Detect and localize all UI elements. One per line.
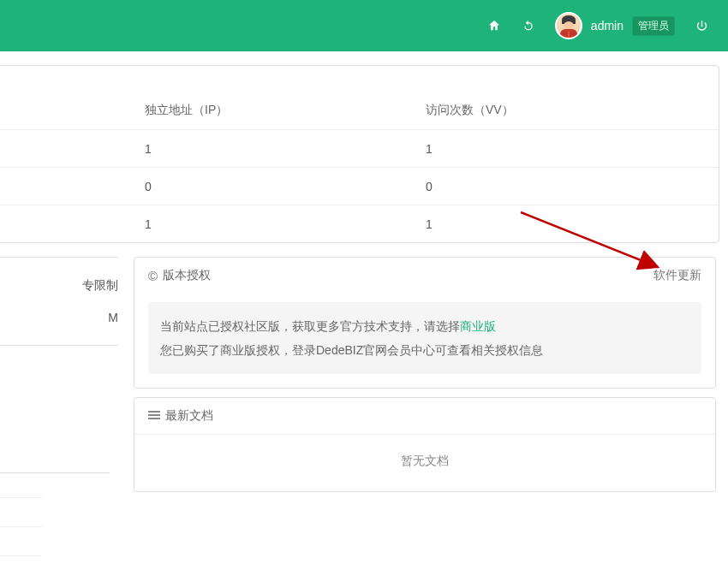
avatar: [555, 12, 582, 39]
content-area: 独立地址（IP） 访问次数（VV） 1 1 0 0 1 1 专限制 M © 版本…: [0, 51, 728, 582]
left-fragment-card: 专限制 M: [0, 257, 118, 346]
topbar: admin 管理员: [0, 0, 728, 51]
role-badge: 管理员: [632, 16, 675, 36]
notice-line-2: 您已购买了商业版授权，登录DedeBIZ官网会员中心可查看相关授权信息: [160, 338, 689, 362]
user-menu[interactable]: admin 管理员: [555, 12, 675, 39]
cell-vv: 1: [426, 217, 719, 231]
table-row: 1 1: [0, 205, 719, 242]
table-row: 0 0: [0, 167, 719, 205]
business-edition-link[interactable]: 商业版: [460, 319, 496, 333]
latest-title: 最新文档: [165, 408, 213, 424]
latest-empty: 暂无文档: [134, 434, 715, 491]
list-icon: [148, 411, 160, 421]
latest-card-header: 最新文档: [134, 398, 715, 434]
stats-card: 独立地址（IP） 访问次数（VV） 1 1 0 0 1 1: [0, 65, 719, 243]
version-title: 版本授权: [163, 268, 211, 283]
copyright-icon: ©: [148, 269, 158, 283]
left-line-1: 专限制: [82, 278, 118, 294]
stats-header-row: 独立地址（IP） 访问次数（VV）: [0, 92, 719, 129]
cell-vv: 0: [426, 180, 719, 193]
user-name: admin: [591, 19, 624, 33]
left-line-2: M: [108, 311, 118, 324]
cell-ip: 1: [145, 217, 426, 231]
chart-grid: [0, 497, 42, 582]
power-icon[interactable]: [694, 18, 709, 33]
table-row: 1 1: [0, 129, 719, 167]
chart-fragment: PV: [0, 472, 110, 582]
refresh-icon[interactable]: [521, 18, 536, 33]
notice-line-1: 当前站点已授权社区版，获取更多官方技术支持，请选择商业版: [160, 314, 689, 338]
latest-docs-card: 最新文档 暂无文档: [134, 397, 716, 492]
col-header-vv: 访问次数（VV）: [426, 103, 719, 118]
software-update-link[interactable]: 软件更新: [653, 268, 701, 283]
col-header-ip: 独立地址（IP）: [145, 103, 426, 118]
version-card-header: © 版本授权 软件更新: [134, 258, 715, 294]
cell-ip: 0: [145, 180, 426, 193]
home-icon[interactable]: [486, 18, 502, 33]
cell-vv: 1: [426, 142, 719, 156]
version-notice: 当前站点已授权社区版，获取更多官方技术支持，请选择商业版 您已购买了商业版授权，…: [148, 302, 701, 374]
cell-ip: 1: [145, 142, 426, 156]
version-card: © 版本授权 软件更新 当前站点已授权社区版，获取更多官方技术支持，请选择商业版…: [134, 257, 716, 389]
